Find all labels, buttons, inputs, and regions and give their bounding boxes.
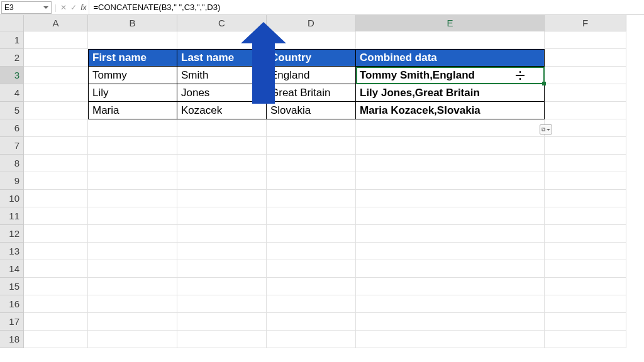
column-header-A[interactable]: A	[24, 15, 88, 31]
cell-E8[interactable]	[356, 155, 545, 172]
cell-B4[interactable]: Lily	[88, 84, 177, 102]
cell-D14[interactable]	[267, 260, 356, 278]
row-header-6[interactable]: 6	[0, 119, 24, 137]
cell-E5[interactable]: Maria Kozacek,Slovakia	[356, 102, 545, 119]
column-header-E[interactable]: E	[356, 15, 545, 31]
cell-D9[interactable]	[267, 172, 356, 190]
cell-B10[interactable]	[88, 190, 177, 207]
row-header-18[interactable]: 18	[0, 331, 24, 348]
cell-A14[interactable]	[24, 260, 88, 278]
cell-B11[interactable]	[88, 207, 177, 225]
cell-A1[interactable]	[24, 31, 88, 49]
row-header-12[interactable]: 12	[0, 225, 24, 243]
cell-E1[interactable]	[356, 31, 545, 49]
cell-E10[interactable]	[356, 190, 545, 207]
cell-E11[interactable]	[356, 207, 545, 225]
cell-B16[interactable]	[88, 295, 177, 313]
cell-C10[interactable]	[177, 190, 267, 207]
cell-B5[interactable]: Maria	[88, 102, 177, 119]
row-header-3[interactable]: 3	[0, 67, 24, 84]
cell-C13[interactable]	[177, 243, 267, 260]
cell-E17[interactable]	[356, 313, 545, 331]
cell-D18[interactable]	[267, 331, 356, 348]
cell-B2[interactable]: First name	[88, 49, 177, 67]
cell-D16[interactable]	[267, 295, 356, 313]
cell-F4[interactable]	[545, 84, 626, 102]
cell-D8[interactable]	[267, 155, 356, 172]
cell-D13[interactable]	[267, 243, 356, 260]
cell-A7[interactable]	[24, 137, 88, 155]
cell-F15[interactable]	[545, 278, 626, 295]
cell-A15[interactable]	[24, 278, 88, 295]
cell-F16[interactable]	[545, 295, 626, 313]
cell-E4[interactable]: Lily Jones,Great Britain	[356, 84, 545, 102]
cell-A10[interactable]	[24, 190, 88, 207]
cell-E2[interactable]: Combined data	[356, 49, 545, 67]
cell-A6[interactable]	[24, 119, 88, 137]
row-header-11[interactable]: 11	[0, 207, 24, 225]
column-header-F[interactable]: F	[545, 15, 626, 31]
cell-B17[interactable]	[88, 313, 177, 331]
cell-A12[interactable]	[24, 225, 88, 243]
cell-F10[interactable]	[545, 190, 626, 207]
cell-C15[interactable]	[177, 278, 267, 295]
cell-B1[interactable]	[88, 31, 177, 49]
name-box[interactable]: E3	[1, 1, 52, 14]
cell-D11[interactable]	[267, 207, 356, 225]
cell-B8[interactable]	[88, 155, 177, 172]
enter-icon[interactable]: ✓	[70, 3, 77, 12]
cell-C6[interactable]	[177, 119, 267, 137]
cell-B9[interactable]	[88, 172, 177, 190]
row-header-14[interactable]: 14	[0, 260, 24, 278]
cell-B6[interactable]	[88, 119, 177, 137]
cell-F5[interactable]	[545, 102, 626, 119]
cell-E16[interactable]	[356, 295, 545, 313]
cell-B3[interactable]: Tommy	[88, 67, 177, 84]
cell-C16[interactable]	[177, 295, 267, 313]
cell-C12[interactable]	[177, 225, 267, 243]
cell-D2[interactable]: Country	[267, 49, 356, 67]
cell-B12[interactable]	[88, 225, 177, 243]
cell-B7[interactable]	[88, 137, 177, 155]
row-header-16[interactable]: 16	[0, 295, 24, 313]
cell-F1[interactable]	[545, 31, 626, 49]
cell-D5[interactable]: Slovakia	[267, 102, 356, 119]
cell-D17[interactable]	[267, 313, 356, 331]
cell-F18[interactable]	[545, 331, 626, 348]
cell-A17[interactable]	[24, 313, 88, 331]
cell-B18[interactable]	[88, 331, 177, 348]
row-header-10[interactable]: 10	[0, 190, 24, 207]
cell-B13[interactable]	[88, 243, 177, 260]
cell-E18[interactable]	[356, 331, 545, 348]
column-header-B[interactable]: B	[88, 15, 177, 31]
cell-D12[interactable]	[267, 225, 356, 243]
cell-A9[interactable]	[24, 172, 88, 190]
cell-A5[interactable]	[24, 102, 88, 119]
cell-F11[interactable]	[545, 207, 626, 225]
cell-B15[interactable]	[88, 278, 177, 295]
cell-E14[interactable]	[356, 260, 545, 278]
select-all-corner[interactable]	[0, 15, 24, 31]
cell-E13[interactable]	[356, 243, 545, 260]
cell-E6[interactable]	[356, 119, 545, 137]
row-header-13[interactable]: 13	[0, 243, 24, 260]
cell-C8[interactable]	[177, 155, 267, 172]
cell-A8[interactable]	[24, 155, 88, 172]
cell-E7[interactable]	[356, 137, 545, 155]
insert-function-icon[interactable]: fx	[80, 3, 86, 12]
cell-F13[interactable]	[545, 243, 626, 260]
chevron-down-icon[interactable]	[43, 6, 48, 9]
cell-F17[interactable]	[545, 313, 626, 331]
cell-A11[interactable]	[24, 207, 88, 225]
cell-D4[interactable]: Great Britain	[267, 84, 356, 102]
cell-A13[interactable]	[24, 243, 88, 260]
cell-A16[interactable]	[24, 295, 88, 313]
cell-F2[interactable]	[545, 49, 626, 67]
cell-F3[interactable]	[545, 67, 626, 84]
cell-C18[interactable]	[177, 331, 267, 348]
cell-C14[interactable]	[177, 260, 267, 278]
cell-E15[interactable]	[356, 278, 545, 295]
cell-D6[interactable]	[267, 119, 356, 137]
cell-D10[interactable]	[267, 190, 356, 207]
cell-D3[interactable]: England	[267, 67, 356, 84]
